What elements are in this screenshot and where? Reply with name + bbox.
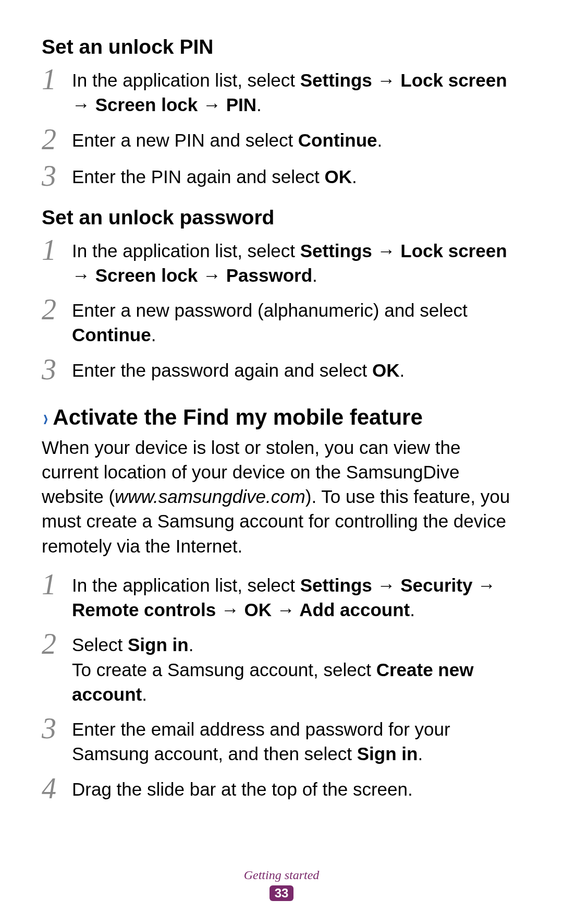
chevron-right-icon: › [43,405,48,429]
section-title: Activate the Find my mobile feature [53,405,423,429]
step-item: 4 Drag the slide bar at the top of the s… [42,774,521,803]
text: Enter the PIN again and select [72,166,324,187]
step-item: 2 Select Sign in. To create a Samsung ac… [42,629,521,706]
text: . [312,265,317,285]
text: In the application list, select [72,575,300,595]
text: . [256,94,262,115]
bold-text: OK [372,360,400,380]
step-item: 1 In the application list, select Settin… [42,65,521,117]
text: . [142,684,147,704]
step-text: Enter the PIN again and select OK. [72,161,521,189]
text: Enter a new PIN and select [72,130,298,150]
step-item: 1 In the application list, select Settin… [42,570,521,622]
step-item: 1 In the application list, select Settin… [42,235,521,288]
step-item: 3 Enter the email address and password f… [42,714,521,766]
step-number: 1 [42,65,72,94]
bold-text: Sign in [128,634,189,655]
text: In the application list, select [72,70,300,90]
step-number: 4 [42,774,72,803]
step-item: 3 Enter the PIN again and select OK. [42,161,521,190]
text: . [189,634,194,655]
step-text: Enter a new PIN and select Continue. [72,125,521,152]
subheading-password: Set an unlock password [42,206,521,229]
intro-paragraph: When your device is lost or stolen, you … [42,435,521,558]
step-text: In the application list, select Settings… [72,65,521,117]
step-number: 3 [42,714,72,743]
text: . [410,599,415,620]
step-text: In the application list, select Settings… [72,235,521,288]
step-number: 2 [42,295,72,324]
step-item: 2 Enter a new PIN and select Continue. [42,125,521,154]
step-text: In the application list, select Settings… [72,570,521,622]
subheading-pin: Set an unlock PIN [42,35,521,58]
page-footer: Getting started 33 [0,868,563,901]
step-number: 1 [42,235,72,265]
step-number: 3 [42,161,72,190]
text: . [418,743,423,764]
bold-text: Sign in [357,743,418,764]
text: . [399,360,405,380]
text: Drag the slide bar at the top of the scr… [72,779,413,799]
text: Enter a new password (alphanumeric) and … [72,300,468,320]
step-text: Select Sign in. To create a Samsung acco… [72,629,521,706]
bold-text: Continue [298,130,377,150]
text: . [377,130,382,150]
step-number: 2 [42,125,72,154]
step-number: 2 [42,629,72,658]
step-number: 3 [42,355,72,384]
text: Select [72,634,128,655]
italic-text: www.samsungdive.com [115,486,305,507]
step-number: 1 [42,570,72,599]
text: To create a Samsung account, select [72,659,376,680]
step-text: Enter a new password (alphanumeric) and … [72,295,521,347]
step-item: 3 Enter the password again and select OK… [42,355,521,384]
step-item: 2 Enter a new password (alphanumeric) an… [42,295,521,347]
section-heading-findmobile: ›Activate the Find my mobile feature [42,405,521,430]
page-number-badge: 33 [270,885,293,901]
step-text: Enter the password again and select OK. [72,355,521,382]
step-text: Enter the email address and password for… [72,714,521,766]
text: Enter the password again and select [72,360,372,380]
bold-text: OK [324,166,352,187]
footer-section-label: Getting started [0,868,563,882]
bold-text: Continue [72,325,151,345]
step-text: Drag the slide bar at the top of the scr… [72,774,521,801]
text: . [352,166,357,187]
text: . [151,325,156,345]
text: In the application list, select [72,241,300,261]
